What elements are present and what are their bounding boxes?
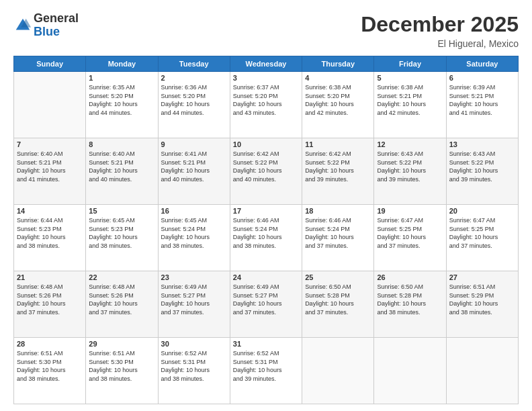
day-number: 5 — [377, 74, 443, 82]
title-block: December 2025 El Higueral, Mexico — [361, 12, 519, 49]
weekday-header-row: SundayMondayTuesdayWednesdayThursdayFrid… — [14, 56, 519, 72]
calendar-cell: 10Sunrise: 6:42 AM Sunset: 5:22 PM Dayli… — [230, 138, 302, 205]
day-number: 31 — [233, 340, 299, 348]
weekday-header: Monday — [86, 56, 158, 72]
calendar-cell: 17Sunrise: 6:46 AM Sunset: 5:24 PM Dayli… — [230, 205, 302, 271]
calendar-cell — [302, 338, 374, 404]
day-info: Sunrise: 6:39 AM Sunset: 5:21 PM Dayligh… — [449, 83, 515, 117]
day-info: Sunrise: 6:52 AM Sunset: 5:31 PM Dayligh… — [233, 349, 299, 383]
day-info: Sunrise: 6:46 AM Sunset: 5:24 PM Dayligh… — [233, 216, 299, 250]
day-number: 18 — [305, 207, 371, 215]
day-number: 20 — [449, 207, 515, 215]
calendar-cell: 21Sunrise: 6:48 AM Sunset: 5:26 PM Dayli… — [14, 271, 86, 338]
day-number: 10 — [233, 140, 299, 148]
day-number: 9 — [161, 140, 227, 148]
calendar-week-row: 7Sunrise: 6:40 AM Sunset: 5:21 PM Daylig… — [14, 138, 519, 205]
day-number: 25 — [305, 273, 371, 281]
day-info: Sunrise: 6:38 AM Sunset: 5:21 PM Dayligh… — [377, 83, 443, 117]
calendar-week-row: 1Sunrise: 6:35 AM Sunset: 5:20 PM Daylig… — [14, 72, 519, 138]
header: General Blue December 2025 El Higueral, … — [13, 12, 519, 49]
calendar-cell: 7Sunrise: 6:40 AM Sunset: 5:21 PM Daylig… — [14, 138, 86, 205]
day-info: Sunrise: 6:46 AM Sunset: 5:24 PM Dayligh… — [305, 216, 371, 250]
calendar-cell: 29Sunrise: 6:51 AM Sunset: 5:30 PM Dayli… — [86, 338, 158, 404]
day-info: Sunrise: 6:40 AM Sunset: 5:21 PM Dayligh… — [89, 150, 154, 183]
logo-blue: Blue — [34, 25, 60, 38]
calendar-cell — [14, 72, 86, 138]
weekday-header: Saturday — [446, 56, 518, 72]
calendar-cell: 6Sunrise: 6:39 AM Sunset: 5:21 PM Daylig… — [446, 72, 518, 138]
calendar-cell: 11Sunrise: 6:42 AM Sunset: 5:22 PM Dayli… — [302, 138, 374, 205]
day-info: Sunrise: 6:47 AM Sunset: 5:25 PM Dayligh… — [449, 216, 515, 250]
day-info: Sunrise: 6:45 AM Sunset: 5:24 PM Dayligh… — [161, 216, 227, 250]
calendar-cell: 31Sunrise: 6:52 AM Sunset: 5:31 PM Dayli… — [230, 338, 302, 404]
day-number: 4 — [305, 74, 371, 82]
day-info: Sunrise: 6:42 AM Sunset: 5:22 PM Dayligh… — [305, 150, 371, 183]
sub-title: El Higueral, Mexico — [361, 38, 519, 49]
day-info: Sunrise: 6:44 AM Sunset: 5:23 PM Dayligh… — [17, 216, 83, 250]
calendar-cell: 22Sunrise: 6:48 AM Sunset: 5:26 PM Dayli… — [86, 271, 158, 338]
day-info: Sunrise: 6:49 AM Sunset: 5:27 PM Dayligh… — [161, 283, 227, 316]
day-info: Sunrise: 6:48 AM Sunset: 5:26 PM Dayligh… — [89, 283, 154, 316]
calendar-cell: 25Sunrise: 6:50 AM Sunset: 5:28 PM Dayli… — [302, 271, 374, 338]
day-info: Sunrise: 6:47 AM Sunset: 5:25 PM Dayligh… — [377, 216, 443, 250]
day-number: 30 — [161, 340, 227, 348]
day-number: 3 — [233, 74, 299, 82]
weekday-header: Friday — [374, 56, 446, 72]
day-info: Sunrise: 6:49 AM Sunset: 5:27 PM Dayligh… — [233, 283, 299, 316]
calendar-cell: 24Sunrise: 6:49 AM Sunset: 5:27 PM Dayli… — [230, 271, 302, 338]
day-number: 1 — [89, 74, 154, 82]
logo-text: General Blue — [34, 12, 79, 39]
day-info: Sunrise: 6:36 AM Sunset: 5:20 PM Dayligh… — [161, 83, 227, 117]
calendar-cell: 19Sunrise: 6:47 AM Sunset: 5:25 PM Dayli… — [374, 205, 446, 271]
day-number: 15 — [89, 207, 154, 215]
calendar-cell: 23Sunrise: 6:49 AM Sunset: 5:27 PM Dayli… — [158, 271, 230, 338]
calendar-cell: 8Sunrise: 6:40 AM Sunset: 5:21 PM Daylig… — [86, 138, 158, 205]
calendar-cell: 28Sunrise: 6:51 AM Sunset: 5:30 PM Dayli… — [14, 338, 86, 404]
calendar-cell: 12Sunrise: 6:43 AM Sunset: 5:22 PM Dayli… — [374, 138, 446, 205]
calendar-cell — [446, 338, 518, 404]
calendar-cell: 1Sunrise: 6:35 AM Sunset: 5:20 PM Daylig… — [86, 72, 158, 138]
calendar-cell: 13Sunrise: 6:43 AM Sunset: 5:22 PM Dayli… — [446, 138, 518, 205]
weekday-header: Thursday — [302, 56, 374, 72]
calendar-cell: 30Sunrise: 6:52 AM Sunset: 5:31 PM Dayli… — [158, 338, 230, 404]
calendar-cell — [374, 338, 446, 404]
calendar-cell: 4Sunrise: 6:38 AM Sunset: 5:20 PM Daylig… — [302, 72, 374, 138]
calendar-cell: 18Sunrise: 6:46 AM Sunset: 5:24 PM Dayli… — [302, 205, 374, 271]
day-number: 6 — [449, 74, 515, 82]
day-number: 21 — [17, 273, 83, 281]
day-number: 24 — [233, 273, 299, 281]
weekday-header: Wednesday — [230, 56, 302, 72]
day-info: Sunrise: 6:43 AM Sunset: 5:22 PM Dayligh… — [377, 150, 443, 183]
weekday-header: Tuesday — [158, 56, 230, 72]
day-info: Sunrise: 6:50 AM Sunset: 5:28 PM Dayligh… — [305, 283, 371, 316]
calendar-cell: 27Sunrise: 6:51 AM Sunset: 5:29 PM Dayli… — [446, 271, 518, 338]
day-number: 28 — [17, 340, 83, 348]
calendar-week-row: 28Sunrise: 6:51 AM Sunset: 5:30 PM Dayli… — [14, 338, 519, 404]
calendar-week-row: 21Sunrise: 6:48 AM Sunset: 5:26 PM Dayli… — [14, 271, 519, 338]
day-info: Sunrise: 6:48 AM Sunset: 5:26 PM Dayligh… — [17, 283, 83, 316]
logo-icon — [13, 16, 32, 35]
day-info: Sunrise: 6:37 AM Sunset: 5:20 PM Dayligh… — [233, 83, 299, 117]
day-number: 23 — [161, 273, 227, 281]
day-number: 14 — [17, 207, 83, 215]
day-info: Sunrise: 6:50 AM Sunset: 5:28 PM Dayligh… — [377, 283, 443, 316]
calendar-cell: 14Sunrise: 6:44 AM Sunset: 5:23 PM Dayli… — [14, 205, 86, 271]
day-info: Sunrise: 6:41 AM Sunset: 5:21 PM Dayligh… — [161, 150, 227, 183]
day-number: 22 — [89, 273, 154, 281]
calendar-table: SundayMondayTuesdayWednesdayThursdayFrid… — [13, 56, 519, 404]
calendar-cell: 15Sunrise: 6:45 AM Sunset: 5:23 PM Dayli… — [86, 205, 158, 271]
day-number: 27 — [449, 273, 515, 281]
calendar-cell: 20Sunrise: 6:47 AM Sunset: 5:25 PM Dayli… — [446, 205, 518, 271]
calendar-cell: 2Sunrise: 6:36 AM Sunset: 5:20 PM Daylig… — [158, 72, 230, 138]
calendar-week-row: 14Sunrise: 6:44 AM Sunset: 5:23 PM Dayli… — [14, 205, 519, 271]
main-title: December 2025 — [361, 12, 519, 37]
day-info: Sunrise: 6:35 AM Sunset: 5:20 PM Dayligh… — [89, 83, 154, 117]
day-info: Sunrise: 6:51 AM Sunset: 5:30 PM Dayligh… — [17, 349, 83, 383]
day-number: 12 — [377, 140, 443, 148]
weekday-header: Sunday — [14, 56, 86, 72]
page: General Blue December 2025 El Higueral, … — [0, 0, 532, 411]
day-info: Sunrise: 6:38 AM Sunset: 5:20 PM Dayligh… — [305, 83, 371, 117]
day-number: 29 — [89, 340, 154, 348]
day-number: 26 — [377, 273, 443, 281]
day-info: Sunrise: 6:51 AM Sunset: 5:29 PM Dayligh… — [449, 283, 515, 316]
